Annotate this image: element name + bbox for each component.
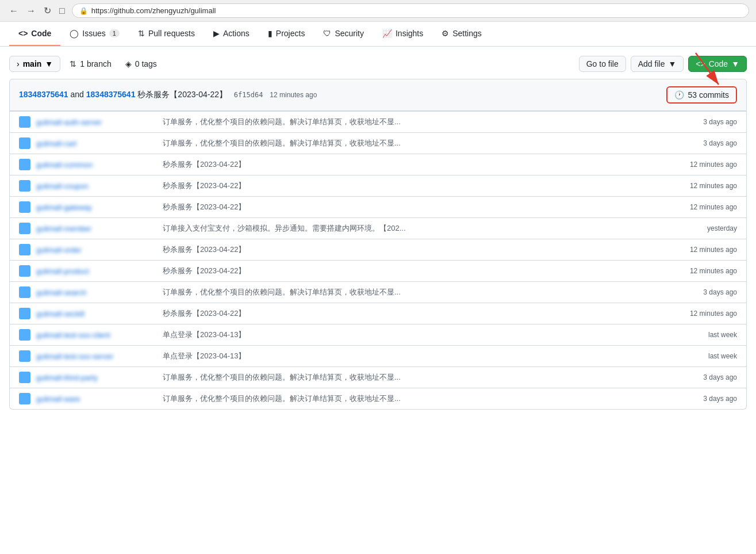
commit-time: 12 minutes ago [270, 91, 317, 99]
tags-count-label: 0 tags [135, 59, 157, 68]
file-name[interactable]: gulimall-cart [36, 139, 163, 148]
file-name[interactable]: gulimall-auth-server [36, 118, 163, 127]
file-commit-message: 单点登录【2023-04-13】 [163, 351, 657, 361]
branch-count-button[interactable]: ⇅ 1 branch [65, 56, 116, 71]
file-row: gulimall-ware 订单服务，优化整个项目的依赖问题。解决订单结算页，收… [10, 388, 746, 409]
issues-icon: ◯ [70, 29, 79, 38]
lock-icon: 🔒 [79, 7, 88, 15]
file-name[interactable]: gulimall-coupon [36, 182, 163, 190]
nav-insights[interactable]: 📈 Insights [373, 22, 432, 46]
file-name[interactable]: gulimall-gateway [36, 203, 163, 212]
pull-requests-icon: ⇅ [138, 29, 145, 38]
tags-count-button[interactable]: ◈ 0 tags [121, 56, 162, 71]
file-name[interactable]: gulimall-test-sso-client [36, 331, 163, 339]
chevron-down-icon: ▼ [45, 59, 53, 68]
insights-icon: 📈 [382, 29, 392, 38]
nav-insights-label: Insights [396, 29, 423, 38]
file-time: 12 minutes ago [657, 203, 737, 211]
nav-code-label: Code [31, 29, 51, 38]
file-name[interactable]: gulimall-third-party [36, 373, 163, 382]
file-name[interactable]: gulimall-product [36, 267, 163, 276]
refresh-button[interactable]: ↻ [41, 4, 53, 17]
file-row: gulimall-gateway 秒杀服务【2023-04-22】 12 min… [10, 196, 746, 217]
file-row: gulimall-third-party 订单服务，优化整个项目的依赖问题。解决… [10, 366, 746, 388]
code-icon: <> [696, 59, 705, 68]
file-commit-message: 秒杀服务【2023-04-22】 [163, 266, 657, 276]
file-name[interactable]: gulimall-seckill [36, 310, 163, 318]
nav-projects-label: Projects [276, 29, 305, 38]
file-row: gulimall-common 秒杀服务【2023-04-22】 12 minu… [10, 154, 746, 175]
nav-pr-label: Pull requests [148, 29, 195, 38]
url-text: https://github.com/zhengyuzh/gulimall [91, 6, 216, 15]
commit-and: and [71, 90, 84, 99]
nav-settings[interactable]: ⚙ Settings [432, 22, 491, 46]
file-time: 12 minutes ago [657, 246, 737, 254]
file-name[interactable]: gulimall-ware [36, 395, 163, 403]
file-commit-message: 订单服务，优化整个项目的依赖问题。解决订单结算页，收获地址不显... [163, 287, 657, 297]
history-icon: 🕐 [674, 90, 684, 100]
file-name[interactable]: gulimall-member [36, 224, 163, 233]
commit-author1[interactable]: 18348375641 [19, 90, 68, 99]
chevron-down-icon: ▼ [731, 59, 739, 68]
file-time: 12 minutes ago [657, 310, 737, 318]
code-icon: <> [18, 29, 28, 38]
chevron-down-icon: ▼ [668, 59, 676, 68]
branch-count-label: 1 branch [80, 59, 111, 68]
add-file-button[interactable]: Add file ▼ [631, 56, 684, 72]
url-bar[interactable]: 🔒 https://github.com/zhengyuzh/gulimall [72, 3, 749, 18]
nav-actions[interactable]: ▶ Actions [204, 22, 259, 46]
browser-bar: ← → ↻ □ 🔒 https://github.com/zhengyuzh/g… [0, 0, 756, 22]
code-button[interactable]: <> Code ▼ [688, 56, 747, 72]
nav-projects[interactable]: ▮ Projects [259, 22, 314, 46]
folder-icon [19, 201, 30, 213]
folder-icon [19, 137, 30, 149]
actions-icon: ▶ [213, 29, 220, 38]
github-nav: <> Code ◯ Issues 1 ⇅ Pull requests ▶ Act… [0, 22, 756, 47]
code-label: Code [709, 59, 728, 68]
file-name[interactable]: gulimall-search [36, 288, 163, 297]
add-file-label: Add file [638, 59, 665, 68]
file-commit-message: 订单服务，优化整个项目的依赖问题。解决订单结算页，收获地址不显... [163, 393, 657, 404]
nav-code[interactable]: <> Code [9, 22, 60, 46]
commit-message: 秒杀服务【2023-04-22】 [137, 90, 227, 99]
file-commit-message: 订单服务，优化整个项目的依赖问题。解决订单结算页，收获地址不显... [163, 372, 657, 383]
nav-issues-label: Issues [82, 29, 105, 38]
branch-count-icon: ⇅ [70, 59, 76, 68]
folder-icon [19, 393, 30, 404]
file-row: gulimall-search 订单服务，优化整个项目的依赖问题。解决订单结算页… [10, 281, 746, 303]
nav-settings-label: Settings [452, 29, 482, 38]
folder-icon [19, 159, 30, 170]
branch-name: main [23, 59, 42, 68]
forward-button[interactable]: → [24, 5, 38, 17]
folder-icon [19, 244, 30, 255]
file-row: gulimall-member 订单接入支付宝支付，沙箱模拟。异步通知。需要搭建… [10, 217, 746, 239]
nav-security[interactable]: 🛡 Security [314, 22, 373, 46]
nav-issues[interactable]: ◯ Issues 1 [60, 22, 129, 46]
commit-author2[interactable]: 18348375641 [86, 90, 136, 99]
branch-selector[interactable]: › main ▼ [9, 56, 60, 72]
file-row: gulimall-product 秒杀服务【2023-04-22】 12 min… [10, 260, 746, 281]
commits-count-button[interactable]: 🕐 53 commits [666, 86, 737, 104]
file-commit-message: 秒杀服务【2023-04-22】 [163, 181, 657, 191]
go-to-file-button[interactable]: Go to file [579, 56, 626, 72]
file-row: gulimall-seckill 秒杀服务【2023-04-22】 12 min… [10, 303, 746, 324]
home-button[interactable]: □ [57, 5, 67, 17]
commit-sha[interactable]: 6f15d64 [234, 91, 263, 99]
file-commit-message: 订单服务，优化整个项目的依赖问题。解决订单结算页，收获地址不显... [163, 117, 657, 127]
file-name[interactable]: gulimall-test-sso-server [36, 352, 163, 361]
security-icon: 🛡 [323, 29, 331, 38]
folder-icon [19, 308, 30, 319]
file-commit-message: 订单服务，优化整个项目的依赖问题。解决订单结算页，收获地址不显... [163, 138, 657, 148]
file-row: gulimall-cart 订单服务，优化整个项目的依赖问题。解决订单结算页，收… [10, 132, 746, 154]
file-name[interactable]: gulimall-common [36, 161, 163, 169]
tag-icon: ◈ [125, 59, 132, 68]
back-button[interactable]: ← [7, 5, 21, 17]
nav-pull-requests[interactable]: ⇅ Pull requests [129, 22, 204, 46]
folder-icon [19, 329, 30, 341]
file-commit-message: 秒杀服务【2023-04-22】 [163, 202, 657, 212]
file-row: gulimall-auth-server 订单服务，优化整个项目的依赖问题。解决… [10, 111, 746, 132]
file-time: 3 days ago [657, 118, 737, 126]
file-time: 12 minutes ago [657, 182, 737, 190]
file-name[interactable]: gulimall-order [36, 246, 163, 254]
file-row: gulimall-test-sso-server 单点登录【2023-04-13… [10, 345, 746, 366]
